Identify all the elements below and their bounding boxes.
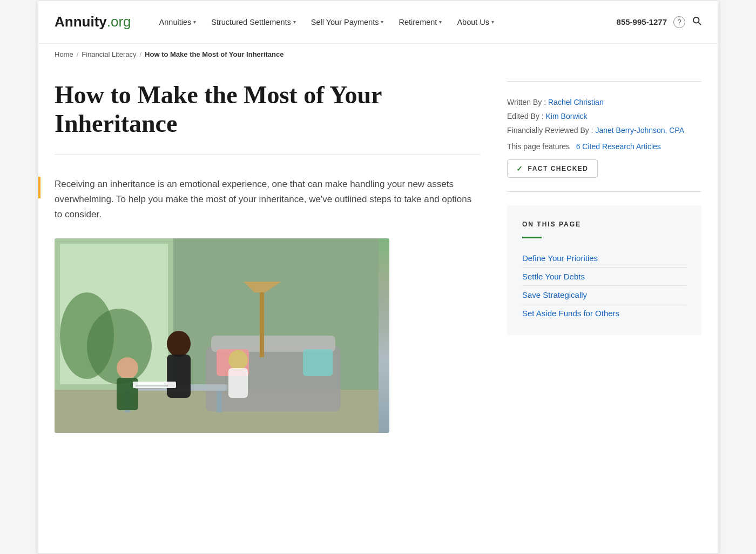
svg-rect-23 <box>133 382 176 388</box>
fact-checked-badge: ✓ FACT CHECKED <box>507 159 598 178</box>
nav-links: Annuities ▾ Structured Settlements ▾ Sel… <box>153 14 617 31</box>
page-wrapper: Annuity.org Annuities ▾ Structured Settl… <box>38 0 718 554</box>
edited-by-line: Edited By : Kim Borwick <box>507 112 701 121</box>
svg-rect-10 <box>260 292 264 357</box>
intro-section: Receiving an inheritance is an emotional… <box>55 177 480 222</box>
svg-rect-24 <box>136 385 168 386</box>
main-content: How to Make the Most of Your Inheritance… <box>38 65 718 433</box>
on-this-page-link-3[interactable]: Set Aside Funds for Others <box>522 304 686 322</box>
chevron-down-icon: ▾ <box>193 19 196 25</box>
nav-item-annuities[interactable]: Annuities ▾ <box>153 14 203 31</box>
svg-point-19 <box>117 357 138 379</box>
svg-rect-18 <box>167 355 191 398</box>
edited-by-link[interactable]: Kim Borwick <box>546 112 588 121</box>
title-divider <box>55 155 480 155</box>
svg-line-1 <box>698 22 700 24</box>
nav-item-about[interactable]: About Us ▾ <box>450 14 501 31</box>
on-this-page-link-0[interactable]: Define Your Priorities <box>522 249 686 268</box>
main-nav: Annuity.org Annuities ▾ Structured Settl… <box>38 1 718 44</box>
reviewed-by-link[interactable]: Janet Berry-Johnson, CPA <box>595 126 684 135</box>
article-image-inner <box>55 238 389 433</box>
chevron-down-icon: ▾ <box>381 19 383 25</box>
svg-rect-25 <box>136 388 163 389</box>
written-by-line: Written By : Rachel Christian <box>507 98 701 106</box>
citations-line: This page features 6 Cited Research Arti… <box>507 142 701 151</box>
article-title: How to Make the Most of Your Inheritance <box>55 81 480 138</box>
svg-rect-22 <box>228 368 248 398</box>
author-section: Written By : Rachel Christian Edited By … <box>507 98 701 178</box>
nav-item-structured-settlements[interactable]: Structured Settlements ▾ <box>205 14 302 31</box>
breadcrumb-separator-2: / <box>139 50 141 58</box>
svg-rect-16 <box>217 391 222 412</box>
on-this-page-box: ON THIS PAGE Define Your Priorities Sett… <box>507 205 701 335</box>
sidebar-box: Written By : Rachel Christian Edited By … <box>507 81 701 335</box>
accent-bar <box>38 177 40 198</box>
reviewed-by-line: Financially Reviewed By : Janet Berry-Jo… <box>507 126 701 135</box>
on-this-page-link-2[interactable]: Save Strategically <box>522 286 686 304</box>
breadcrumb: Home / Financial Literacy / How to Make … <box>38 44 718 65</box>
chevron-down-icon: ▾ <box>491 19 494 25</box>
breadcrumb-home[interactable]: Home <box>55 50 73 58</box>
help-button[interactable]: ? <box>673 16 685 28</box>
nav-item-retirement[interactable]: Retirement ▾ <box>392 14 448 31</box>
content-left: How to Make the Most of Your Inheritance… <box>55 81 480 433</box>
article-image <box>55 238 389 433</box>
breadcrumb-section[interactable]: Financial Literacy <box>82 50 136 58</box>
written-by-link[interactable]: Rachel Christian <box>548 98 604 106</box>
svg-rect-13 <box>303 349 333 376</box>
content-right: Written By : Rachel Christian Edited By … <box>507 81 701 433</box>
chevron-down-icon: ▾ <box>293 19 296 25</box>
search-button[interactable] <box>692 16 701 28</box>
svg-point-21 <box>228 350 248 370</box>
svg-point-17 <box>167 331 191 357</box>
article-intro: Receiving an inheritance is an emotional… <box>55 177 480 222</box>
on-this-page-title: ON THIS PAGE <box>522 221 686 228</box>
nav-item-sell-payments[interactable]: Sell Your Payments ▾ <box>305 14 390 31</box>
breadcrumb-current: How to Make the Most of Your Inheritance <box>145 50 284 58</box>
site-logo[interactable]: Annuity.org <box>55 14 131 30</box>
on-this-page-accent <box>522 237 542 238</box>
chevron-down-icon: ▾ <box>439 19 442 25</box>
phone-number: 855-995-1277 <box>617 17 667 26</box>
checkmark-icon: ✓ <box>516 164 524 173</box>
citations-link[interactable]: 6 Cited Research Articles <box>576 142 661 151</box>
breadcrumb-separator: / <box>77 50 79 58</box>
sidebar-divider <box>507 191 701 192</box>
on-this-page-link-1[interactable]: Settle Your Debts <box>522 268 686 286</box>
